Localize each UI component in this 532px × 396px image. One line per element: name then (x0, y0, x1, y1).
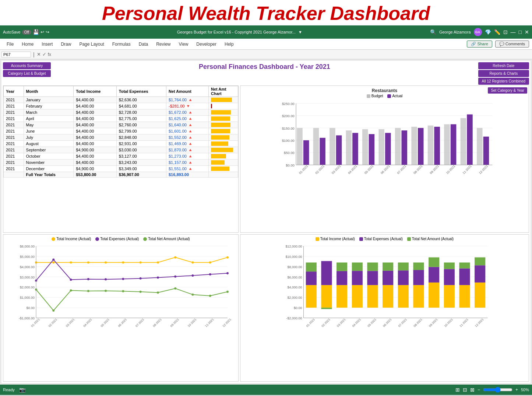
autosave-toggle[interactable]: Off (22, 30, 31, 35)
menu-draw[interactable]: Draw (57, 40, 75, 48)
svg-rect-162 (413, 263, 424, 270)
page-layout-icon[interactable]: ⊟ (463, 387, 467, 393)
svg-text:09-2021: 09-2021 (170, 318, 180, 328)
minimize-icon[interactable]: — (511, 29, 516, 35)
stacked-legend-income-color (316, 237, 319, 241)
svg-text:12-2021: 12-2021 (222, 318, 232, 328)
accounts-summary-button[interactable]: Accounts Summary (3, 62, 51, 69)
svg-rect-46 (483, 137, 489, 165)
svg-rect-158 (398, 263, 409, 271)
svg-point-71 (122, 262, 124, 264)
svg-text:06-2021: 06-2021 (380, 164, 391, 175)
file-title: Georges Budget for Excel v16 - Copyright… (177, 30, 296, 34)
legend-net-line: Total Net Amount (Actual) (143, 237, 190, 241)
restaurants-chart-container: Restaurants Budget Actual Set Category &… (240, 85, 529, 233)
all-registers-button[interactable]: All 12 Registers Combined (478, 78, 529, 85)
menu-page-layout[interactable]: Page Layout (75, 40, 108, 48)
stacked-chart-legend: Total Income (Actual) Total Expenses (Ac… (243, 237, 526, 241)
formula-input[interactable] (53, 52, 531, 57)
svg-rect-150 (367, 263, 378, 271)
svg-rect-45 (477, 128, 483, 165)
share-button[interactable]: 🔗 Share (467, 41, 492, 48)
menu-insert[interactable]: Insert (38, 40, 56, 48)
restaurants-legend: Budget Actual (243, 94, 526, 98)
menu-data[interactable]: Data (135, 40, 152, 48)
stacked-legend-net: Total Net Amount (Actual) (407, 237, 454, 241)
svg-text:02-2021: 02-2021 (321, 318, 331, 328)
cell-reference-input[interactable] (1, 52, 31, 57)
menu-file[interactable]: File (3, 40, 17, 48)
cell-income: $4,400.00 (74, 134, 116, 141)
menu-home[interactable]: Home (18, 40, 37, 48)
svg-text:10-2021: 10-2021 (445, 164, 456, 175)
svg-rect-16 (320, 138, 325, 165)
confirm-formula-icon[interactable]: ✓ (42, 52, 46, 57)
svg-text:10-2021: 10-2021 (444, 318, 454, 328)
col-income: Total Income (74, 86, 116, 97)
svg-point-73 (157, 262, 159, 264)
svg-text:06-2021: 06-2021 (382, 318, 392, 328)
svg-rect-156 (398, 285, 409, 308)
set-category-button[interactable]: Set Category & Year (488, 87, 527, 94)
redo-icon[interactable]: ↪ (46, 29, 49, 35)
svg-rect-33 (411, 127, 417, 165)
svg-rect-173 (459, 269, 470, 285)
col-expenses: Total Expenses (116, 86, 166, 97)
col-net: Net Amount (166, 86, 208, 97)
cell-month: April (24, 116, 74, 122)
svg-rect-169 (444, 269, 455, 285)
normal-view-icon[interactable]: ⊞ (455, 387, 460, 393)
function-icon[interactable]: fx (48, 52, 51, 57)
cell-income: $4,900.00 (74, 166, 116, 172)
cell-net: $1,601.00 🔺 (166, 128, 208, 134)
table-row: 2021 May $4,400.00 $2,760.00 $1,640.00 🔺 (4, 122, 238, 128)
cell-income: $4,400.00 (74, 97, 116, 103)
page-break-icon[interactable]: ⊠ (470, 387, 475, 393)
pen-icon[interactable]: ✏️ (494, 29, 500, 35)
camera-icon: 📷 (19, 387, 25, 393)
diamond-icon: 💎 (485, 29, 491, 35)
svg-rect-39 (444, 125, 450, 165)
zoom-plus-icon[interactable]: + (515, 387, 518, 392)
cell-income: $4,400.00 (74, 122, 116, 128)
menu-help[interactable]: Help (221, 40, 237, 48)
svg-point-70 (105, 262, 107, 264)
svg-rect-15 (313, 128, 319, 165)
refresh-date-button[interactable]: Refresh Date (478, 62, 529, 69)
svg-text:08-2021: 08-2021 (152, 318, 163, 328)
undo-icon[interactable]: ↩ (40, 29, 44, 35)
menu-review[interactable]: Review (152, 40, 174, 48)
svg-point-92 (70, 290, 72, 292)
menu-formulas[interactable]: Formulas (109, 40, 134, 48)
search-icon[interactable]: 🔍 (430, 29, 436, 35)
svg-rect-18 (330, 128, 335, 165)
cell-bar (209, 128, 238, 134)
window-icon[interactable]: ⊡ (503, 29, 508, 35)
zoom-minus-icon[interactable]: − (478, 387, 480, 392)
close-icon[interactable]: ✕ (525, 29, 529, 35)
svg-text:03-2021: 03-2021 (336, 318, 346, 328)
maximize-icon[interactable]: □ (519, 29, 522, 35)
svg-point-101 (226, 291, 229, 293)
cell-month: December (24, 166, 74, 172)
stacked-chart-svg: -$2,000.00$0.00$2,000.00$4,000.00$6,000.… (243, 242, 526, 338)
zoom-slider[interactable] (483, 387, 512, 393)
save-icon[interactable]: 💾 (33, 29, 39, 35)
dropdown-arrow[interactable]: ▼ (298, 30, 302, 34)
cancel-formula-icon[interactable]: ✕ (37, 52, 41, 57)
category-list-button[interactable]: Category List & Budget (3, 70, 51, 77)
svg-text:$50.00: $50.00 (284, 151, 295, 155)
svg-point-93 (87, 290, 89, 292)
total-empty (4, 172, 24, 178)
svg-text:$2,000.00: $2,000.00 (287, 296, 302, 299)
svg-text:$250.00: $250.00 (282, 102, 295, 106)
cell-expenses: $2,931.00 (116, 141, 166, 147)
cell-month: August (24, 141, 74, 147)
menu-view[interactable]: View (175, 40, 192, 48)
menu-developer[interactable]: Developer (193, 40, 220, 48)
cell-year: 2021 (4, 109, 24, 116)
reports-charts-button[interactable]: Reports & Charts (478, 70, 529, 77)
comments-button[interactable]: 💬 Comments (495, 41, 529, 48)
page-title: Personal Wealth Tracker Dashboard (0, 3, 532, 24)
svg-rect-144 (352, 285, 363, 308)
